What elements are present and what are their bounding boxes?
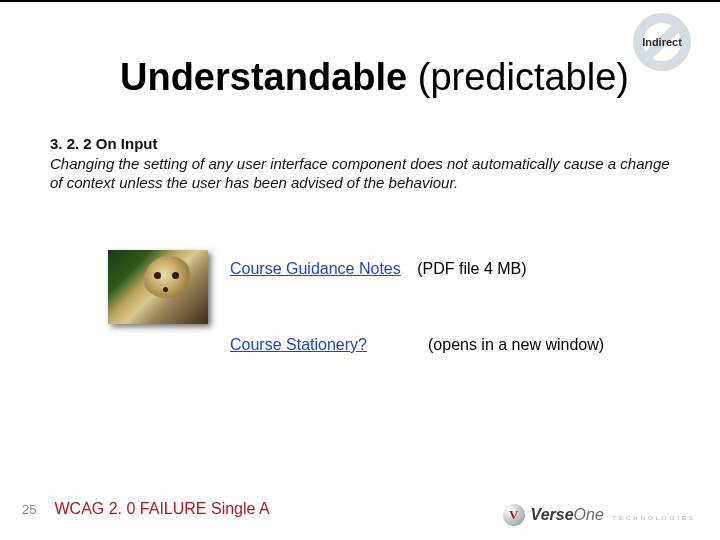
logo-rest: One bbox=[574, 506, 604, 523]
course-stationery-link[interactable]: Course Stationery? bbox=[230, 336, 367, 353]
logo-mark-icon bbox=[503, 504, 525, 526]
title-strong: Understandable bbox=[120, 56, 407, 98]
logo-text: VerseOne TECHNOLOGIES bbox=[531, 506, 696, 524]
guideline-number: 3. 2. 2 On Input bbox=[50, 135, 158, 152]
slide: Indirect Understandable (predictable) 3.… bbox=[0, 0, 720, 540]
indirect-badge: Indirect bbox=[632, 12, 692, 72]
slide-title: Understandable (predictable) bbox=[120, 56, 629, 99]
stationery-link-row: Course Stationery? bbox=[230, 336, 367, 354]
dog-image bbox=[108, 250, 208, 324]
guidance-link-row: Course Guidance Notes (PDF file 4 MB) bbox=[230, 260, 527, 278]
page-number: 25 bbox=[22, 502, 36, 517]
failure-label: WCAG 2. 0 FAILURE Single A bbox=[54, 500, 269, 518]
footer-left: 25 WCAG 2. 0 FAILURE Single A bbox=[22, 500, 270, 518]
badge-label: Indirect bbox=[642, 36, 682, 48]
course-guidance-link[interactable]: Course Guidance Notes bbox=[230, 260, 401, 277]
logo-lead: Verse bbox=[531, 506, 574, 523]
footer-right: VerseOne TECHNOLOGIES bbox=[503, 504, 696, 526]
verseone-logo: VerseOne TECHNOLOGIES bbox=[503, 504, 696, 526]
guideline-body: Changing the setting of any user interfa… bbox=[50, 155, 670, 192]
guideline-section: 3. 2. 2 On Input Changing the setting of… bbox=[50, 134, 670, 193]
guidance-note-text: (PDF file 4 MB) bbox=[417, 260, 526, 277]
title-sub-text: (predictable) bbox=[418, 56, 629, 98]
logo-tech: TECHNOLOGIES bbox=[612, 515, 696, 521]
stationery-note: (opens in a new window) bbox=[428, 336, 604, 354]
